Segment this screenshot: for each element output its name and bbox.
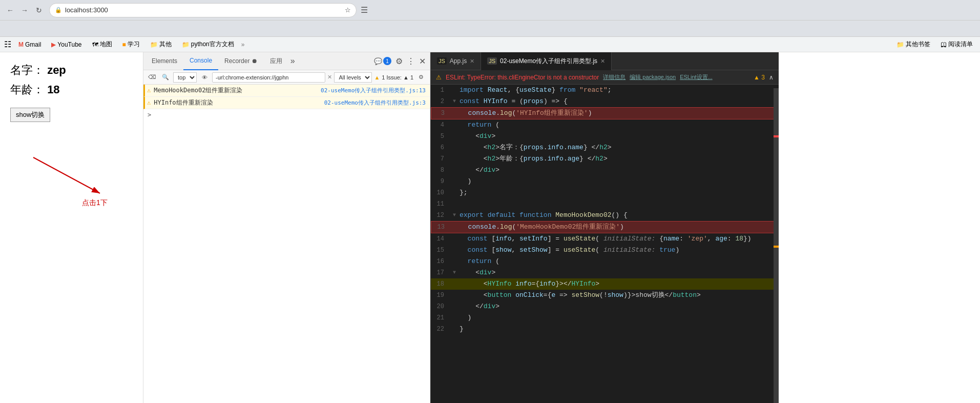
- name-label: 名字：: [10, 64, 44, 76]
- eslint-warning-icon: ⚠: [436, 74, 442, 81]
- bookmark-label-other-books: 其他书签: [906, 40, 930, 49]
- log-source-2[interactable]: 02-useMemo传入子组件引用类型.js:3: [324, 99, 426, 107]
- line-num-22: 22: [433, 324, 449, 335]
- editor-tab-close-1[interactable]: ✕: [470, 58, 474, 65]
- line-code-12: export default function MemoHookDemo02()…: [460, 210, 777, 221]
- devtools-chat-icon[interactable]: 💬 1: [372, 55, 393, 67]
- log-text-1: MemoHookDemo02组件重新渲染: [154, 86, 321, 95]
- bookmark-label-study: 学习: [128, 40, 140, 49]
- address-bar[interactable]: 🔒 localhost:3000 ☆: [49, 3, 357, 17]
- devtools-tab-sources[interactable]: 应用: [264, 52, 288, 70]
- apps-icon[interactable]: ☷: [4, 39, 11, 49]
- editor-tab-close-2[interactable]: ✕: [600, 58, 605, 65]
- code-line-8: 8 </div>: [431, 165, 779, 176]
- bookmark-reading[interactable]: 🕮 阅读清单: [937, 39, 976, 50]
- eslint-settings-link[interactable]: ESLint设置...: [680, 73, 713, 81]
- svg-line-0: [33, 157, 100, 193]
- devtools-settings-icon[interactable]: ⚙: [393, 54, 405, 68]
- code-line-3: 3 console.log('HYInfo组件重新渲染'): [431, 107, 779, 119]
- warning-indicator: [774, 246, 779, 248]
- code-line-21: 21 ): [431, 312, 779, 324]
- gutter-17: ▼: [449, 267, 460, 278]
- extensions-icon[interactable]: ☰: [361, 5, 368, 15]
- bookmark-study[interactable]: ■ 学习: [119, 39, 143, 50]
- eslint-details-link[interactable]: 详细信息: [603, 73, 625, 81]
- filter-input[interactable]: [212, 72, 325, 83]
- code-editor: 1 import React, {useState} from "react";…: [431, 85, 779, 403]
- settings-icon-console[interactable]: ⚙: [415, 72, 427, 83]
- code-line-20: 20 </div>: [431, 301, 779, 312]
- forward-button[interactable]: →: [18, 4, 31, 16]
- gmail-icon: M: [18, 41, 24, 48]
- back-button[interactable]: ←: [4, 4, 16, 16]
- devtools-close-icon[interactable]: ✕: [417, 54, 428, 68]
- code-line-5: 5 <div>: [431, 131, 779, 142]
- app-age-row: 年龄： 18: [10, 82, 133, 97]
- eslint-package-link[interactable]: 编辑 package.json: [630, 73, 676, 81]
- annotation-text: 点击1下: [82, 198, 108, 208]
- line-code-2: const HYInfo = (props) => {: [460, 96, 777, 107]
- bookmark-other1[interactable]: 📁 其他: [147, 39, 175, 50]
- bookmark-maps[interactable]: 🗺 地图: [89, 39, 115, 50]
- browser-tab-bar: [0, 21, 980, 37]
- line-code-4: return (: [460, 119, 777, 131]
- line-num-18: 18: [433, 278, 449, 290]
- nav-buttons: ← → ↻: [4, 4, 45, 16]
- elements-tab-label: Elements: [152, 57, 177, 65]
- line-code-5: <div>: [460, 131, 777, 142]
- log-source-1[interactable]: 02-useMemo传入子组件引用类型.js:13: [321, 87, 426, 94]
- devtools-tabs-bar: Elements Console Recorder ⏺ 应用 » 💬 1 ⚙ ⋮…: [143, 52, 430, 70]
- bookmark-label-youtube: YouTube: [57, 41, 81, 48]
- expand-icon[interactable]: ∧: [769, 74, 774, 81]
- bookmark-other-books[interactable]: 📁 其他书签: [893, 39, 933, 50]
- log-entry-2[interactable]: ⚠ HYInfo组件重新渲染 02-useMemo传入子组件引用类型.js:3: [143, 97, 430, 109]
- chat-bubble-icon: 💬: [374, 57, 382, 65]
- log-text-2: HYInfo组件重新渲染: [154, 98, 324, 107]
- code-line-4: 4 return (: [431, 119, 779, 131]
- console-toolbar: ⌫ 🔍 top 👁 ✕ All levels ▲ 1 Issue: ▲ 1 ⚙: [143, 70, 430, 85]
- bookmark-gmail[interactable]: M Gmail: [15, 40, 44, 49]
- clear-console-icon[interactable]: ⌫: [147, 72, 158, 83]
- filter-close-icon[interactable]: ✕: [327, 74, 332, 80]
- devtools-tab-console[interactable]: Console: [183, 52, 218, 70]
- gutter-12: ▼: [449, 210, 460, 221]
- warn-icon-2: ⚠: [147, 99, 151, 106]
- bookmark-label-maps: 地图: [100, 40, 112, 49]
- bookmark-label-other1: 其他: [159, 40, 172, 49]
- reload-button[interactable]: ↻: [33, 4, 45, 16]
- console-prompt-line[interactable]: >: [143, 109, 430, 120]
- devtools-panel: Elements Console Recorder ⏺ 应用 » 💬 1 ⚙ ⋮…: [143, 52, 430, 403]
- browser-nav-bar: ← → ↻ 🔒 localhost:3000 ☆ ☰: [0, 0, 980, 21]
- line-num-12: 12: [433, 210, 449, 221]
- log-entry-1[interactable]: ⚠ MemoHookDemo02组件重新渲染 02-useMemo传入子组件引用…: [143, 85, 430, 97]
- line-num-3: 3: [433, 108, 450, 119]
- code-line-12: 12 ▼ export default function MemoHookDem…: [431, 210, 779, 221]
- levels-select[interactable]: All levels: [334, 72, 372, 83]
- line-num-21: 21: [433, 312, 449, 324]
- devtools-more-icon[interactable]: ⋮: [405, 54, 417, 68]
- gutter-2: ▼: [449, 96, 460, 107]
- devtools-tab-elements[interactable]: Elements: [145, 52, 183, 70]
- show-toggle-button[interactable]: show切换: [10, 108, 50, 122]
- line-num-8: 8: [433, 165, 449, 176]
- js-file-icon-2: JS: [487, 57, 497, 65]
- issue-badge[interactable]: ▲ 1 Issue: ▲ 1: [374, 74, 413, 80]
- devtools-tab-recorder[interactable]: Recorder ⏺: [218, 52, 264, 70]
- line-num-7: 7: [433, 153, 449, 165]
- bookmarks-bar: ☷ M Gmail ▶ YouTube 🗺 地图 ■ 学习 📁 其他 📁 pyt…: [0, 37, 980, 52]
- bookmark-youtube[interactable]: ▶ YouTube: [48, 40, 85, 49]
- filter-icon[interactable]: 🔍: [160, 72, 171, 83]
- more-bookmarks[interactable]: »: [241, 41, 245, 48]
- top-level-select[interactable]: top: [173, 72, 197, 83]
- eye-icon[interactable]: 👁: [199, 72, 210, 83]
- editor-tab-usememo[interactable]: JS 02-useMemo传入子组件引用类型.js ✕: [481, 52, 612, 70]
- line-code-15: const [show, setShow] = useState( initia…: [460, 245, 777, 256]
- editor-tab-label-1: App.js: [450, 57, 467, 65]
- star-icon[interactable]: ☆: [345, 6, 351, 14]
- line-num-11: 11: [433, 198, 449, 210]
- editor-tab-appjs[interactable]: JS App.js ✕: [431, 52, 481, 70]
- line-code-1: import React, {useState} from "react";: [460, 85, 777, 96]
- more-devtools-tabs[interactable]: »: [288, 54, 297, 68]
- youtube-icon: ▶: [51, 41, 56, 48]
- bookmark-python[interactable]: 📁 python官方文档: [179, 39, 237, 50]
